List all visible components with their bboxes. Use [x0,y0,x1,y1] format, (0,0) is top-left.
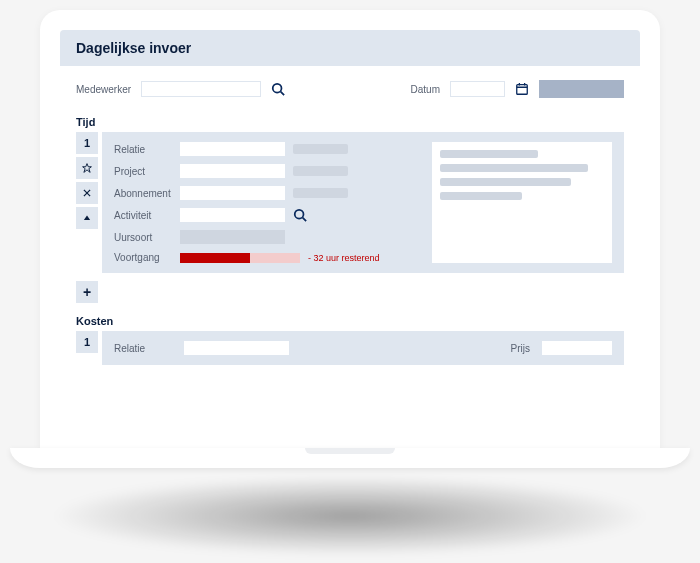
placeholder-line [440,192,522,200]
kosten-prijs-label: Prijs [511,343,530,354]
svg-line-11 [303,218,307,222]
abonnement-display [293,188,348,198]
activiteit-row: Activiteit [114,208,420,222]
employee-input[interactable] [141,81,261,97]
relatie-label: Relatie [114,144,172,155]
placeholder-line [440,150,538,158]
tijd-form: Relatie Project Abonnement [114,142,420,263]
row-number: 1 [76,132,98,154]
svg-marker-9 [84,216,90,220]
activiteit-label: Activiteit [114,210,172,221]
tijd-row-controls: 1 [76,132,98,273]
abonnement-input[interactable] [180,186,285,200]
row-number: 1 [76,331,98,353]
collapse-button[interactable] [76,207,98,229]
project-row: Project [114,164,420,178]
favorite-button[interactable] [76,157,98,179]
search-icon[interactable] [271,82,285,96]
kosten-row-controls: 1 [76,331,98,365]
kosten-section-title: Kosten [60,311,640,331]
svg-point-10 [295,210,304,219]
date-input[interactable] [450,81,505,97]
progress-text: - 32 uur resterend [308,253,380,263]
page-title: Dagelijkse invoer [60,30,640,66]
voortgang-label: Voortgang [114,252,172,263]
project-display [293,166,348,176]
tijd-section-title: Tijd [60,112,640,132]
filter-bar: Medewerker Datum [60,66,640,112]
svg-marker-6 [83,164,92,173]
relatie-display [293,144,348,154]
uursoort-row: Uursoort [114,230,420,244]
svg-line-1 [281,92,285,96]
tijd-side-panel [432,142,612,263]
add-row-button[interactable]: + [76,281,98,303]
placeholder-line [440,164,588,172]
screen: Dagelijkse invoer Medewerker Datum Tijd … [60,30,640,448]
project-label: Project [114,166,172,177]
kosten-relatie-input[interactable] [184,341,289,355]
abonnement-row: Abonnement [114,186,420,200]
employee-label: Medewerker [76,84,131,95]
kosten-section: 1 Relatie Prijs [76,331,624,365]
activiteit-input[interactable] [180,208,285,222]
kosten-panel: Relatie Prijs [102,331,624,365]
calendar-icon[interactable] [515,82,529,96]
abonnement-label: Abonnement [114,188,172,199]
project-input[interactable] [180,164,285,178]
uursoort-input[interactable] [180,230,285,244]
progress-bar [180,253,300,263]
laptop-base [10,448,690,468]
relatie-row: Relatie [114,142,420,156]
svg-rect-2 [517,85,528,95]
tijd-section: 1 Relatie [76,132,624,273]
progress-wrap: - 32 uur resterend [180,253,380,263]
relatie-input[interactable] [180,142,285,156]
svg-point-0 [273,84,282,93]
voortgang-row: Voortgang - 32 uur resterend [114,252,420,263]
kosten-prijs-input[interactable] [542,341,612,355]
laptop-frame: Dagelijkse invoer Medewerker Datum Tijd … [40,10,660,448]
uursoort-label: Uursoort [114,232,172,243]
tijd-panel: Relatie Project Abonnement [102,132,624,273]
delete-button[interactable] [76,182,98,204]
date-label: Datum [411,84,440,95]
kosten-relatie-label: Relatie [114,343,172,354]
progress-fill [180,253,250,263]
laptop-shadow [50,476,650,556]
activiteit-search-icon[interactable] [293,208,307,222]
action-button[interactable] [539,80,624,98]
placeholder-line [440,178,571,186]
